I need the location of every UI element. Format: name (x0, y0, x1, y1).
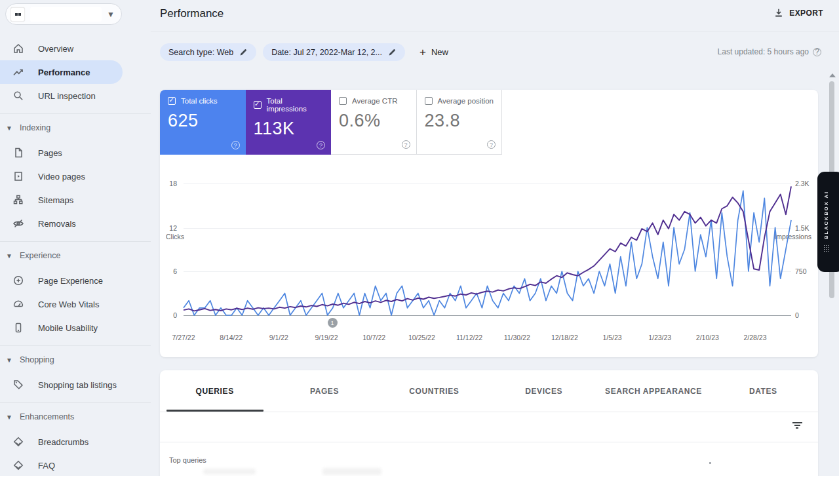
x-axis-tick: 10/7/22 (353, 334, 395, 341)
right-axis-tick: 0 (795, 311, 799, 319)
checkbox-icon[interactable] (339, 97, 347, 105)
tab-pages[interactable]: PAGES (269, 370, 379, 412)
sidebar-section-indexing[interactable]: ▼Indexing (0, 121, 151, 135)
date-range-chip[interactable]: Date: Jul 27, 2022-Mar 12, 2... (263, 43, 405, 61)
search-type-chip-label: Search type: Web (168, 48, 233, 57)
x-axis-tick: 11/30/22 (496, 334, 538, 341)
sidebar-item-breadcrumbs[interactable]: Breadcrumbs (0, 430, 151, 454)
x-axis-tick: 2/28/23 (734, 334, 776, 341)
tab-label: DEVICES (525, 387, 562, 396)
help-icon[interactable]: ? (317, 141, 325, 149)
tab-queries[interactable]: QUERIES (160, 370, 269, 412)
sidebar-item-label: Breadcrumbs (38, 437, 88, 447)
chevron-down-icon: ▼ (6, 357, 12, 364)
tab-countries[interactable]: COUNTRIES (380, 370, 489, 412)
table-column-header: Top queries (169, 456, 206, 464)
property-favicon-icon (10, 7, 25, 22)
experience-icon (12, 275, 24, 286)
scrollbar-up-arrow[interactable] (829, 73, 836, 77)
tab-devices[interactable]: DEVICES (489, 370, 598, 412)
checkbox-icon[interactable] (168, 97, 176, 105)
topbar-divider (151, 31, 839, 31)
sidebar-item-label: URL inspection (38, 91, 96, 101)
x-axis-tick: 11/12/22 (448, 334, 490, 341)
left-axis-tick: 18 (160, 180, 177, 187)
sidebar-item-label: Sitemaps (38, 195, 73, 205)
x-axis-tick: 10/25/22 (400, 334, 442, 341)
help-icon[interactable]: ? (402, 140, 410, 149)
sidebar-item-page-experience[interactable]: Page Experience (0, 269, 151, 292)
x-axis-tick: 8/14/22 (210, 334, 252, 341)
x-axis-tick: 2/10/23 (686, 334, 728, 341)
annotation-marker[interactable]: 1 (328, 318, 338, 328)
x-axis-tick: 1/23/23 (639, 334, 681, 341)
sidebar-item-shopping-tab-listings[interactable]: Shopping tab listings (0, 373, 151, 397)
checkbox-icon[interactable] (254, 101, 262, 109)
sidebar-item-video-pages[interactable]: Video pages (0, 165, 151, 188)
metric-label: Average CTR (352, 97, 397, 105)
metric-label: Total clicks (181, 97, 218, 105)
right-axis-tick: 1.5K (795, 224, 810, 232)
new-filter-button[interactable]: + New (420, 47, 448, 58)
property-selector[interactable]: ▼ (5, 3, 122, 25)
sidebar-item-overview[interactable]: Overview (0, 37, 151, 60)
page-icon (12, 147, 24, 159)
sidebar-item-removals[interactable]: Removals (0, 212, 151, 235)
video-icon (12, 170, 24, 182)
blackbox-ai-logo-icon (823, 244, 830, 253)
help-icon[interactable]: ? (231, 141, 240, 149)
richresult-icon (12, 459, 24, 471)
sidebar-divider (0, 241, 151, 242)
sidebar-item-faq[interactable]: FAQ (0, 454, 151, 477)
metric-card-average-position[interactable]: Average position23.8? (417, 90, 503, 155)
dimension-tabs: QUERIESPAGESCOUNTRIESDEVICESSEARCH APPEA… (160, 370, 818, 412)
sidebar-section-enhancements[interactable]: ▼Enhancements (0, 410, 151, 424)
metric-value: 113K (254, 119, 324, 139)
tab-label: COUNTRIES (409, 387, 459, 396)
x-axis-tick: 9/1/22 (258, 334, 300, 341)
section-label: Indexing (20, 123, 50, 132)
page-bottom (0, 476, 839, 504)
left-axis-tick: 6 (160, 267, 177, 275)
sidebar-item-label: Pages (38, 148, 62, 158)
new-filter-label: New (431, 47, 448, 57)
richresult-icon (12, 436, 24, 448)
sidebar-item-url-inspection[interactable]: URL inspection (0, 84, 151, 107)
metric-card-average-ctr[interactable]: Average CTR0.6%? (331, 90, 417, 155)
left-axis-tick: 0 (160, 311, 177, 319)
checkbox-icon[interactable] (425, 97, 433, 105)
metric-label: Average position (438, 97, 494, 105)
sidebar-item-mobile-usability[interactable]: Mobile Usability (0, 316, 151, 339)
sidebar-divider (0, 345, 151, 346)
metric-card-total-clicks[interactable]: Total clicks625? (160, 90, 246, 155)
vitals-icon (12, 298, 24, 310)
metric-card-total-impressions[interactable]: Total impressions113K? (246, 90, 332, 155)
chevron-down-icon: ▼ (107, 10, 115, 19)
sidebar-section-experience[interactable]: ▼Experience (0, 248, 151, 263)
last-updated: Last updated: 5 hours ago ? (718, 47, 821, 56)
sidebar-item-pages[interactable]: Pages (0, 141, 151, 165)
plus-icon: + (420, 47, 426, 58)
filter-icon[interactable] (792, 422, 802, 431)
tab-label: SEARCH APPEARANCE (605, 387, 702, 396)
metric-value: 0.6% (339, 111, 408, 131)
tab-search-appearance[interactable]: SEARCH APPEARANCE (598, 370, 708, 412)
sidebar-item-core-web-vitals[interactable]: Core Web Vitals (0, 292, 151, 316)
export-button[interactable]: EXPORT (773, 8, 823, 18)
sidebar-item-performance[interactable]: Performance (0, 60, 123, 84)
metric-value: 23.8 (425, 111, 494, 131)
tab-label: PAGES (310, 387, 339, 396)
pencil-icon (388, 48, 397, 56)
sidebar-item-sitemaps[interactable]: Sitemaps (0, 188, 151, 212)
blackbox-ai-badge[interactable]: BLACKBOX AI (817, 172, 839, 272)
active-tab-underline (166, 410, 263, 412)
chevron-down-icon: ▼ (6, 125, 12, 132)
help-icon[interactable]: ? (813, 48, 821, 56)
search-type-chip[interactable]: Search type: Web (160, 43, 256, 61)
tab-dates[interactable]: DATES (709, 370, 818, 412)
left-axis-tick: 12 (160, 224, 177, 232)
date-range-chip-label: Date: Jul 27, 2022-Mar 12, 2... (271, 48, 382, 57)
tag-icon (12, 379, 24, 391)
help-icon[interactable]: ? (487, 140, 496, 149)
sidebar-section-shopping[interactable]: ▼Shopping (0, 353, 151, 367)
